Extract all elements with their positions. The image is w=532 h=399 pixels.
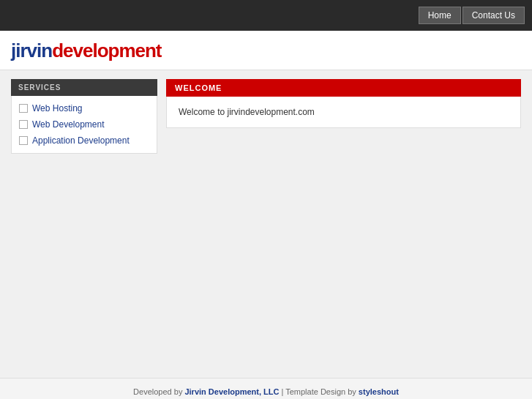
- main-panel-content: Welcome to jirvindevelopment.com: [166, 97, 521, 128]
- home-button[interactable]: Home: [419, 7, 461, 24]
- contact-us-button[interactable]: Contact Us: [462, 7, 525, 24]
- sidebar-link-app-development[interactable]: Application Development: [32, 135, 130, 146]
- checkbox-icon-web-hosting: [19, 104, 28, 113]
- nav-buttons-group: Home Contact Us: [419, 7, 525, 24]
- welcome-text: Welcome to jirvindevelopment.com: [179, 107, 315, 117]
- checkbox-icon-app-development: [19, 136, 28, 145]
- sidebar-item-web-development[interactable]: Web Development: [12, 116, 157, 133]
- sidebar-header: Services: [11, 79, 157, 96]
- logo-dev-text: development: [52, 40, 161, 61]
- site-logo: jirvindevelopment: [11, 40, 521, 62]
- footer-prefix: Developed by: [133, 387, 184, 396]
- checkbox-icon-web-development: [19, 120, 28, 129]
- footer-company-link[interactable]: Jirvin Development, LLC: [184, 387, 279, 396]
- sidebar-link-web-development[interactable]: Web Development: [32, 119, 105, 130]
- main-panel-header: Welcome: [166, 79, 521, 97]
- main-panel: Welcome Welcome to jirvindevelopment.com: [166, 79, 521, 369]
- site-header: jirvindevelopment: [0, 31, 532, 70]
- sidebar: Services Web Hosting Web Development App…: [11, 79, 157, 369]
- sidebar-link-web-hosting[interactable]: Web Hosting: [32, 103, 82, 113]
- sidebar-item-web-hosting[interactable]: Web Hosting: [12, 100, 157, 116]
- sidebar-item-app-development[interactable]: Application Development: [12, 133, 157, 149]
- footer-designer-link[interactable]: styleshout: [359, 387, 399, 396]
- content-area: Services Web Hosting Web Development App…: [0, 70, 532, 378]
- site-footer: Developed by Jirvin Development, LLC | T…: [0, 378, 532, 399]
- logo-jirvin-text: jirvin: [11, 40, 52, 61]
- top-navigation-bar: Home Contact Us: [0, 0, 532, 31]
- page-wrapper: jirvindevelopment Services Web Hosting W…: [0, 31, 532, 399]
- footer-middle: | Template Design by: [279, 387, 358, 396]
- sidebar-menu: Web Hosting Web Development Application …: [11, 96, 157, 154]
